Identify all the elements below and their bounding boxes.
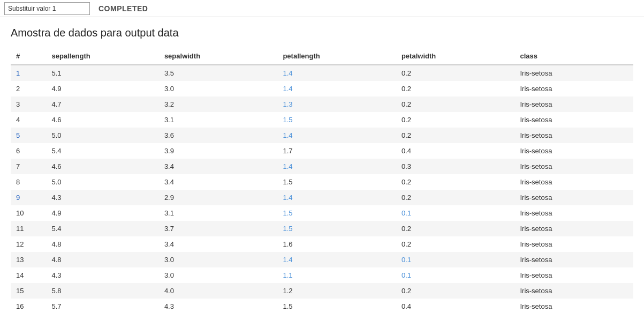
cell-index: 5 [11,128,46,143]
cell-class: Iris-setosa [514,190,633,205]
cell-sepalwidth: 3.1 [159,205,278,221]
cell-class: Iris-setosa [514,143,633,159]
cell-petalwidth: 0.2 [396,283,515,299]
cell-index: 14 [11,267,46,283]
cell-sepalwidth: 3.4 [159,236,278,252]
table-body: 15.13.51.40.2Iris-setosa24.93.01.40.2Iri… [11,65,633,314]
cell-petallength: 1.5 [277,299,396,314]
cell-petalwidth: 0.1 [396,252,515,267]
cell-sepallength: 4.9 [46,205,158,221]
table-row: 115.43.71.50.2Iris-setosa [11,221,633,236]
cell-class: Iris-setosa [514,81,633,96]
cell-sepalwidth: 2.9 [159,190,278,205]
cell-index: 15 [11,283,46,299]
col-header-petalwidth: petalwidth [396,48,515,65]
cell-sepalwidth: 3.7 [159,221,278,236]
cell-sepallength: 5.0 [46,174,158,190]
cell-index: 6 [11,143,46,159]
cell-petallength: 1.2 [277,283,396,299]
top-bar: COMPLETED [0,0,644,17]
table-row: 44.63.11.50.2Iris-setosa [11,112,633,128]
cell-index: 8 [11,174,46,190]
cell-class: Iris-setosa [514,159,633,174]
cell-petalwidth: 0.2 [396,236,515,252]
cell-class: Iris-setosa [514,128,633,143]
cell-index: 2 [11,81,46,96]
cell-sepallength: 5.7 [46,299,158,314]
table-row: 55.03.61.40.2Iris-setosa [11,128,633,143]
cell-petalwidth: 0.2 [396,81,515,96]
cell-index: 1 [11,65,46,81]
cell-class: Iris-setosa [514,299,633,314]
table-row: 15.13.51.40.2Iris-setosa [11,65,633,81]
cell-petalwidth: 0.2 [396,190,515,205]
col-header-petallength: petallength [277,48,396,65]
table-row: 165.74.31.50.4Iris-setosa [11,299,633,314]
cell-class: Iris-setosa [514,221,633,236]
cell-sepallength: 4.3 [46,190,158,205]
table-row: 134.83.01.40.1Iris-setosa [11,252,633,267]
table-row: 24.93.01.40.2Iris-setosa [11,81,633,96]
cell-class: Iris-setosa [514,174,633,190]
cell-sepallength: 4.3 [46,267,158,283]
col-header-sepalwidth: sepalwidth [159,48,278,65]
col-header-class: class [514,48,633,65]
table-header-row: # sepallength sepalwidth petallength pet… [11,48,633,65]
replace-value-input[interactable] [4,2,90,15]
table-row: 124.83.41.60.2Iris-setosa [11,236,633,252]
cell-sepalwidth: 3.2 [159,96,278,112]
cell-petalwidth: 0.2 [396,174,515,190]
cell-sepallength: 5.1 [46,65,158,81]
cell-petalwidth: 0.4 [396,143,515,159]
cell-petallength: 1.5 [277,221,396,236]
table-row: 65.43.91.70.4Iris-setosa [11,143,633,159]
cell-sepalwidth: 3.9 [159,143,278,159]
cell-index: 11 [11,221,46,236]
completed-badge: COMPLETED [99,4,148,13]
cell-sepallength: 4.7 [46,96,158,112]
cell-petallength: 1.5 [277,205,396,221]
cell-petallength: 1.4 [277,190,396,205]
table-row: 94.32.91.40.2Iris-setosa [11,190,633,205]
cell-petallength: 1.4 [277,65,396,81]
cell-index: 10 [11,205,46,221]
cell-petalwidth: 0.3 [396,159,515,174]
cell-class: Iris-setosa [514,112,633,128]
cell-sepalwidth: 3.0 [159,81,278,96]
cell-petallength: 1.3 [277,96,396,112]
cell-sepallength: 4.6 [46,112,158,128]
cell-class: Iris-setosa [514,283,633,299]
cell-petalwidth: 0.1 [396,267,515,283]
cell-petallength: 1.6 [277,236,396,252]
table-row: 74.63.41.40.3Iris-setosa [11,159,633,174]
table-row: 155.84.01.20.2Iris-setosa [11,283,633,299]
cell-petallength: 1.5 [277,174,396,190]
cell-petalwidth: 0.2 [396,221,515,236]
table-row: 85.03.41.50.2Iris-setosa [11,174,633,190]
cell-index: 9 [11,190,46,205]
cell-index: 7 [11,159,46,174]
cell-sepalwidth: 3.0 [159,267,278,283]
cell-index: 16 [11,299,46,314]
cell-sepalwidth: 3.4 [159,159,278,174]
cell-class: Iris-setosa [514,236,633,252]
cell-sepallength: 4.6 [46,159,158,174]
cell-petallength: 1.4 [277,128,396,143]
col-header-sepallength: sepallength [46,48,158,65]
cell-petallength: 1.1 [277,267,396,283]
cell-sepallength: 5.0 [46,128,158,143]
cell-petallength: 1.4 [277,252,396,267]
cell-sepallength: 5.8 [46,283,158,299]
cell-sepalwidth: 4.0 [159,283,278,299]
cell-sepallength: 4.8 [46,252,158,267]
cell-petallength: 1.5 [277,112,396,128]
cell-petallength: 1.4 [277,159,396,174]
section-title: Amostra de dados para output data [11,27,633,39]
cell-sepalwidth: 3.5 [159,65,278,81]
cell-petalwidth: 0.2 [396,112,515,128]
cell-index: 13 [11,252,46,267]
cell-petalwidth: 0.2 [396,96,515,112]
cell-sepalwidth: 3.1 [159,112,278,128]
cell-petallength: 1.7 [277,143,396,159]
cell-index: 3 [11,96,46,112]
